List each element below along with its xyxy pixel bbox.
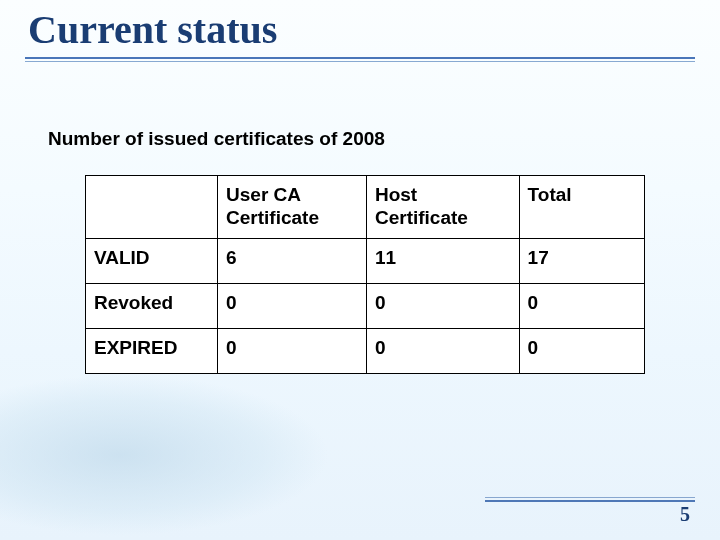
row-label: VALID xyxy=(86,238,218,283)
cell-userca: 0 xyxy=(218,283,367,328)
cell-host: 11 xyxy=(366,238,519,283)
row-label: Revoked xyxy=(86,283,218,328)
title-underline xyxy=(25,57,695,63)
table-row: Revoked 0 0 0 xyxy=(86,283,645,328)
slide: Current status Number of issued certific… xyxy=(0,0,720,540)
cell-userca: 6 xyxy=(218,238,367,283)
certificates-table: User CA Certificate Host Certificate Tot… xyxy=(85,175,645,374)
table-header-cell: User CA Certificate xyxy=(218,176,367,239)
page-number: 5 xyxy=(680,503,690,526)
cell-host: 0 xyxy=(366,328,519,373)
cell-total: 0 xyxy=(519,328,644,373)
cell-total: 0 xyxy=(519,283,644,328)
table-row: EXPIRED 0 0 0 xyxy=(86,328,645,373)
table-header-cell: Total xyxy=(519,176,644,239)
table-row: VALID 6 11 17 xyxy=(86,238,645,283)
table-header-cell: Host Certificate xyxy=(366,176,519,239)
table-header-cell xyxy=(86,176,218,239)
slide-title: Current status xyxy=(28,6,277,53)
cell-host: 0 xyxy=(366,283,519,328)
cell-userca: 0 xyxy=(218,328,367,373)
slide-subtitle: Number of issued certificates of 2008 xyxy=(48,128,385,150)
row-label: EXPIRED xyxy=(86,328,218,373)
table-header-row: User CA Certificate Host Certificate Tot… xyxy=(86,176,645,239)
footer-rule xyxy=(485,500,695,502)
cell-total: 17 xyxy=(519,238,644,283)
